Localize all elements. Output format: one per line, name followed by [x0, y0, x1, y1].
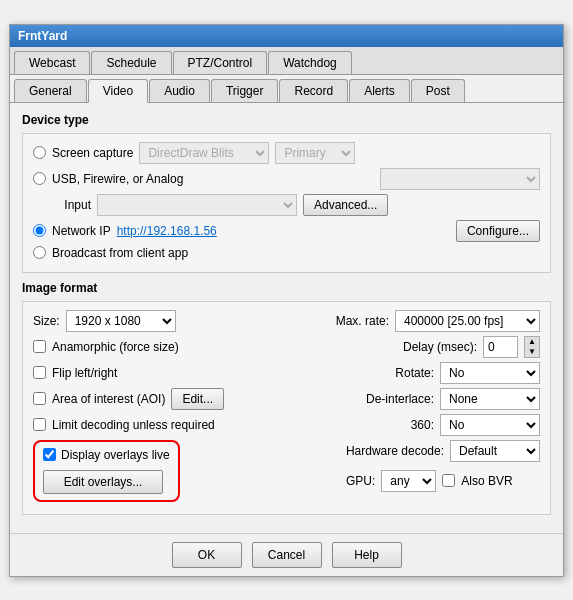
anamorphic-delay-row: Anamorphic (force size) Delay (msec): ▲ …	[33, 336, 540, 358]
delay-input[interactable]	[483, 336, 518, 358]
help-button[interactable]: Help	[332, 542, 402, 568]
screen-capture-label: Screen capture	[52, 146, 133, 160]
title-bar: FrntYard	[10, 25, 563, 47]
broadcast-label: Broadcast from client app	[52, 246, 188, 260]
usb-select[interactable]	[380, 168, 540, 190]
hardware-decode-select[interactable]: Default	[450, 440, 540, 462]
delay-label: Delay (msec):	[403, 340, 477, 354]
footer: OK Cancel Help	[10, 533, 563, 576]
edit-aoi-button[interactable]: Edit...	[171, 388, 224, 410]
deinterlace-select[interactable]: None	[440, 388, 540, 410]
edit-overlays-button[interactable]: Edit overlays...	[43, 470, 163, 494]
content-area: Device type Screen capture DirectDraw Bl…	[10, 103, 563, 533]
screen-capture-row: Screen capture DirectDraw Blits Primary	[33, 142, 540, 164]
tab-trigger[interactable]: Trigger	[211, 79, 279, 102]
delay-spinner: ▲ ▼	[524, 336, 540, 358]
hardware-decode-row: Hardware decode: Default	[346, 440, 540, 462]
window-title: FrntYard	[18, 29, 67, 43]
broadcast-radio[interactable]	[33, 246, 46, 259]
rotate-select[interactable]: No	[440, 362, 540, 384]
ok-button[interactable]: OK	[172, 542, 242, 568]
input-label: Input	[51, 198, 91, 212]
tab-video[interactable]: Video	[88, 79, 148, 103]
primary-select[interactable]: Primary	[275, 142, 355, 164]
tab-post[interactable]: Post	[411, 79, 465, 102]
360-label: 360:	[411, 418, 434, 432]
input-select[interactable]	[97, 194, 297, 216]
deinterlace-label: De-interlace:	[366, 392, 434, 406]
usb-label: USB, Firewire, or Analog	[52, 172, 183, 186]
delay-up-btn[interactable]: ▲	[525, 337, 539, 347]
tab-alerts[interactable]: Alerts	[349, 79, 410, 102]
image-format-title: Image format	[22, 281, 551, 295]
tab-webcast[interactable]: Webcast	[14, 51, 90, 74]
aoi-deinterlace-row: Area of interest (AOI) Edit... De-interl…	[33, 388, 540, 410]
limit-checkbox[interactable]	[33, 418, 46, 431]
input-row: Input Advanced...	[33, 194, 540, 216]
size-select[interactable]: 1920 x 1080	[66, 310, 176, 332]
flip-rotate-row: Flip left/right Rotate: No	[33, 362, 540, 384]
usb-radio[interactable]	[33, 172, 46, 185]
rotate-label: Rotate:	[395, 366, 434, 380]
aoi-checkbox[interactable]	[33, 392, 46, 405]
network-ip-radio[interactable]	[33, 224, 46, 237]
image-format-box: Size: 1920 x 1080 Max. rate: 400000 [25.…	[22, 301, 551, 515]
tab-general[interactable]: General	[14, 79, 87, 102]
display-overlays-row: Display overlays live	[43, 448, 170, 462]
tab-ptz-control[interactable]: PTZ/Control	[173, 51, 268, 74]
screen-capture-radio[interactable]	[33, 146, 46, 159]
gpu-label: GPU:	[346, 474, 375, 488]
max-rate-select[interactable]: 400000 [25.00 fps]	[395, 310, 540, 332]
device-type-box: Screen capture DirectDraw Blits Primary …	[22, 133, 551, 273]
also-bvr-label: Also BVR	[461, 474, 512, 488]
cancel-button[interactable]: Cancel	[252, 542, 322, 568]
anamorphic-checkbox[interactable]	[33, 340, 46, 353]
tab-record[interactable]: Record	[279, 79, 348, 102]
image-format-section: Image format Size: 1920 x 1080 Max. rate…	[22, 281, 551, 515]
tab-watchdog[interactable]: Watchdog	[268, 51, 352, 74]
bottom-tab-row: General Video Audio Trigger Record Alert…	[10, 75, 563, 103]
configure-button[interactable]: Configure...	[456, 220, 540, 242]
limit-label: Limit decoding unless required	[52, 418, 215, 432]
gpu-row: GPU: any Also BVR	[346, 470, 540, 492]
advanced-button[interactable]: Advanced...	[303, 194, 388, 216]
delay-down-btn[interactable]: ▼	[525, 347, 539, 357]
flip-checkbox[interactable]	[33, 366, 46, 379]
flip-label: Flip left/right	[52, 366, 117, 380]
size-label: Size:	[33, 314, 60, 328]
main-window: FrntYard Webcast Schedule PTZ/Control Wa…	[9, 24, 564, 577]
tab-audio[interactable]: Audio	[149, 79, 210, 102]
display-overlays-checkbox[interactable]	[43, 448, 56, 461]
network-ip-row: Network IP http://192.168.1.56 Configure…	[33, 220, 540, 242]
tab-schedule[interactable]: Schedule	[91, 51, 171, 74]
broadcast-row: Broadcast from client app	[33, 246, 540, 260]
size-maxrate-row: Size: 1920 x 1080 Max. rate: 400000 [25.…	[33, 310, 540, 332]
dd-blits-select[interactable]: DirectDraw Blits	[139, 142, 269, 164]
top-tab-row: Webcast Schedule PTZ/Control Watchdog	[10, 47, 563, 75]
hardware-gpu-panel: Hardware decode: Default GPU: any Also	[346, 440, 540, 496]
aoi-label: Area of interest (AOI)	[52, 392, 165, 406]
overlays-hardware-row: Display overlays live Edit overlays... H…	[33, 440, 540, 502]
display-overlays-label: Display overlays live	[61, 448, 170, 462]
network-ip-label: Network IP	[52, 224, 111, 238]
gpu-select[interactable]: any	[381, 470, 436, 492]
hardware-decode-label: Hardware decode:	[346, 444, 444, 458]
anamorphic-label: Anamorphic (force size)	[52, 340, 179, 354]
usb-row: USB, Firewire, or Analog	[33, 168, 540, 190]
network-ip-link[interactable]: http://192.168.1.56	[117, 224, 217, 238]
max-rate-label: Max. rate:	[336, 314, 389, 328]
360-select[interactable]: No	[440, 414, 540, 436]
device-type-title: Device type	[22, 113, 551, 127]
overlay-section: Display overlays live Edit overlays...	[33, 440, 180, 502]
device-type-section: Device type Screen capture DirectDraw Bl…	[22, 113, 551, 273]
also-bvr-checkbox[interactable]	[442, 474, 455, 487]
limit-360-row: Limit decoding unless required 360: No	[33, 414, 540, 436]
